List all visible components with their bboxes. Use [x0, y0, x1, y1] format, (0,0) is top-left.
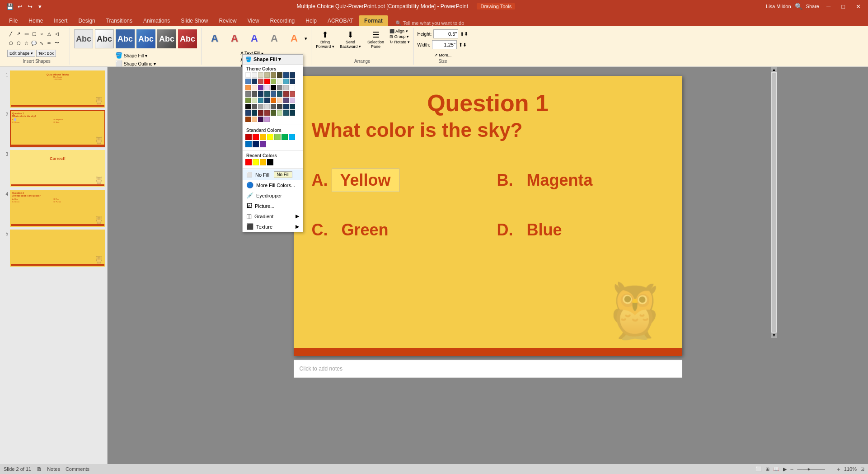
- tab-animations[interactable]: Animations: [138, 15, 175, 26]
- rtriangle-shape[interactable]: ◁: [53, 30, 61, 37]
- color-swatch[interactable]: [245, 117, 251, 122]
- color-swatch[interactable]: [252, 104, 257, 109]
- color-swatch[interactable]: [290, 85, 295, 90]
- more-fill-colors-item[interactable]: 🔵 More Fill Colors...: [243, 180, 303, 190]
- tab-transitions[interactable]: Transitions: [101, 15, 138, 26]
- color-swatch[interactable]: [245, 104, 251, 109]
- color-swatch[interactable]: [274, 134, 281, 140]
- color-swatch[interactable]: [258, 91, 263, 97]
- answer-a-text[interactable]: Yellow: [332, 169, 399, 192]
- slide-scrollbar[interactable]: ▲ ▼: [771, 67, 777, 338]
- wordart-style-3[interactable]: A: [245, 29, 264, 48]
- color-swatch[interactable]: [258, 110, 263, 116]
- color-swatch[interactable]: [283, 91, 289, 97]
- slide-sorter-button[interactable]: ⊞: [765, 466, 769, 472]
- color-swatch[interactable]: [271, 85, 276, 90]
- zoom-value[interactable]: 110%: [844, 466, 857, 472]
- color-swatch[interactable]: [245, 110, 251, 116]
- slide-panel[interactable]: 1 Quiz About Trivia Mrs. Smith1/31/2019 …: [0, 67, 108, 464]
- color-swatch[interactable]: [277, 79, 282, 84]
- color-swatch[interactable]: [282, 134, 288, 140]
- slideshow-button[interactable]: ▶: [783, 466, 787, 472]
- restore-button[interactable]: □: [838, 2, 849, 11]
- color-swatch[interactable]: [252, 98, 257, 103]
- color-swatch[interactable]: [264, 110, 270, 116]
- callout-shape[interactable]: 💬: [30, 39, 38, 47]
- shape-style-2[interactable]: Abc: [95, 29, 114, 48]
- color-swatch[interactable]: [258, 85, 263, 90]
- slide-5-thumb[interactable]: 5 🦉: [2, 230, 105, 267]
- normal-view-button[interactable]: ⬜: [755, 466, 762, 472]
- shape-style-6[interactable]: Abc: [178, 29, 197, 48]
- height-input[interactable]: [433, 29, 458, 38]
- texture-item[interactable]: ⬛ Texture ▶: [243, 221, 303, 232]
- slide-question-text[interactable]: What color is the sky?: [312, 119, 664, 141]
- color-swatch[interactable]: [277, 85, 282, 90]
- notes-button[interactable]: Notes: [47, 466, 60, 472]
- width-spinner[interactable]: ⬆⬇: [459, 42, 467, 48]
- color-swatch[interactable]: [271, 104, 276, 109]
- color-swatch[interactable]: [283, 85, 289, 90]
- slide-3-image[interactable]: Correct! 🦉: [10, 150, 105, 187]
- color-swatch[interactable]: [283, 79, 289, 84]
- wordart-more-button[interactable]: ▾: [305, 36, 307, 42]
- slide-4-thumb[interactable]: 4 Question 2A What color is the grass? A…: [2, 190, 105, 227]
- tab-view[interactable]: View: [242, 15, 265, 26]
- color-swatch[interactable]: [264, 72, 270, 78]
- color-swatch[interactable]: [267, 159, 273, 165]
- star-shape[interactable]: ☆: [23, 39, 30, 47]
- text-box-button[interactable]: Text Box: [36, 50, 56, 57]
- color-swatch[interactable]: [283, 110, 289, 116]
- shape-style-4[interactable]: Abc: [136, 29, 155, 48]
- color-swatch[interactable]: [258, 117, 263, 122]
- color-swatch[interactable]: [258, 104, 263, 109]
- tab-slideshow[interactable]: Slide Show: [175, 15, 213, 26]
- group-button[interactable]: ⊞ Group ▾: [389, 34, 410, 39]
- color-swatch[interactable]: [252, 91, 257, 97]
- share-button[interactable]: Share: [806, 4, 819, 9]
- color-swatch[interactable]: [245, 134, 252, 140]
- curve-shape[interactable]: 〜: [53, 39, 61, 47]
- slide-2-image[interactable]: Question 1What color is the sky? A. B. M…: [10, 110, 105, 147]
- oval-shape[interactable]: ○: [38, 30, 45, 37]
- color-swatch[interactable]: [267, 134, 273, 140]
- color-swatch[interactable]: [253, 159, 259, 165]
- selection-pane-button[interactable]: ☰ SelectionPane: [366, 29, 386, 50]
- hexagon-shape[interactable]: ⬡: [15, 39, 22, 47]
- slide-2-thumb[interactable]: 2 Question 1What color is the sky? A. B.…: [2, 110, 105, 147]
- shape-style-1[interactable]: Abc: [74, 29, 93, 48]
- freeform-shape[interactable]: ✏: [46, 39, 53, 47]
- reading-view-button[interactable]: 📖: [773, 466, 779, 472]
- color-swatch[interactable]: [271, 110, 276, 116]
- color-swatch[interactable]: [245, 98, 251, 103]
- shape-outline-button[interactable]: ⬜ Shape Outline ▾: [114, 60, 157, 67]
- eyedropper-item[interactable]: 💉 Eyedropper: [243, 190, 303, 201]
- minimize-button[interactable]: ─: [823, 2, 834, 11]
- color-swatch[interactable]: [252, 85, 257, 90]
- color-swatch[interactable]: [252, 117, 257, 122]
- color-swatch[interactable]: [264, 117, 270, 122]
- triangle-shape[interactable]: △: [46, 30, 53, 37]
- color-swatch[interactable]: [271, 72, 276, 78]
- color-swatch[interactable]: [253, 141, 259, 147]
- rounded-rect-shape[interactable]: ▢: [30, 30, 38, 37]
- slide-3-thumb[interactable]: 3 Correct! 🦉: [2, 150, 105, 187]
- scrollbar-up[interactable]: ▲: [771, 67, 777, 72]
- color-swatch[interactable]: [252, 110, 257, 116]
- color-swatch[interactable]: [245, 85, 251, 90]
- align-button[interactable]: ⬛ Align ▾: [389, 29, 410, 33]
- color-swatch[interactable]: [252, 72, 257, 78]
- wordart-style-2[interactable]: A: [225, 29, 244, 48]
- color-swatch[interactable]: [283, 98, 289, 103]
- close-button[interactable]: ✕: [852, 2, 864, 11]
- comments-button[interactable]: Comments: [66, 466, 89, 472]
- slide-1-thumb[interactable]: 1 Quiz About Trivia Mrs. Smith1/31/2019 …: [2, 70, 105, 108]
- connector-shape[interactable]: ⤡: [38, 39, 45, 47]
- send-backward-button[interactable]: ⬇ SendBackward ▾: [339, 29, 362, 50]
- color-swatch[interactable]: [271, 91, 276, 97]
- color-swatch[interactable]: [277, 104, 282, 109]
- slide-4-image[interactable]: Question 2A What color is the grass? A. …: [10, 190, 105, 227]
- color-swatch[interactable]: [290, 79, 295, 84]
- pentagon-shape[interactable]: ⬠: [7, 39, 14, 47]
- color-swatch[interactable]: [260, 134, 266, 140]
